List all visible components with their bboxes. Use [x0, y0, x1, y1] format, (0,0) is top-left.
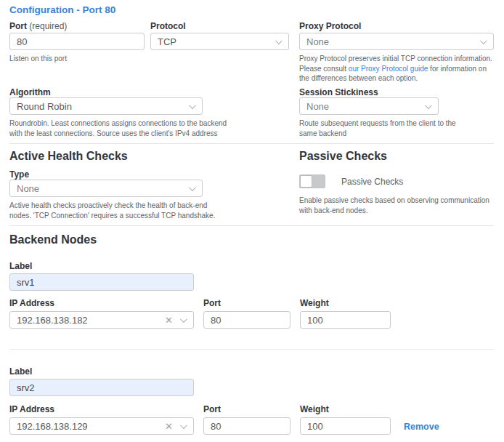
node-port-label: Port: [203, 404, 221, 414]
configuration-title: Configuration - Port 80: [9, 4, 115, 15]
chevron-down-icon: [180, 316, 187, 323]
passive-checks-toggle[interactable]: [299, 174, 325, 188]
node-ip-select[interactable]: 192.168.138.129 ✕: [9, 417, 194, 435]
backend-nodes-heading: Backend Nodes: [9, 233, 97, 246]
session-stickiness-select[interactable]: None: [299, 97, 439, 115]
algorithm-helper-text: Roundrobin. Least connections assigns co…: [9, 118, 235, 138]
node-weight-label: Weight: [300, 404, 329, 414]
proxy-protocol-guide-link[interactable]: our Proxy Protocol guide: [349, 65, 428, 73]
chevron-down-icon: [189, 102, 196, 109]
node-label-input[interactable]: srv2: [9, 379, 194, 396]
node-divider: [9, 349, 494, 350]
clear-icon[interactable]: ✕: [165, 316, 173, 325]
health-check-type-label: Type: [9, 169, 29, 180]
chevron-down-icon: [180, 422, 187, 429]
port-input[interactable]: 80: [9, 33, 145, 50]
passive-checks-heading: Passive Checks: [299, 150, 387, 163]
proxy-protocol-label: Proxy Protocol: [299, 21, 361, 31]
health-check-type-select[interactable]: None: [9, 180, 203, 197]
node-label-label: Label: [9, 261, 32, 271]
algorithm-select[interactable]: Round Robin: [9, 97, 203, 115]
node-weight-input[interactable]: 100: [300, 311, 391, 329]
chevron-down-icon: [189, 184, 196, 191]
protocol-label: Protocol: [150, 21, 186, 31]
proxy-protocol-select[interactable]: None: [299, 33, 494, 50]
section-divider: [9, 225, 494, 226]
toggle-knob-icon: [300, 175, 312, 188]
node-ip-label: IP Address: [9, 404, 54, 414]
node-port-input[interactable]: 80: [203, 417, 290, 435]
node-label-input[interactable]: srv1: [9, 273, 194, 291]
section-divider: [9, 143, 494, 144]
node-weight-label: Weight: [300, 298, 329, 308]
node-label-label: Label: [9, 366, 32, 377]
remove-node-link[interactable]: Remove: [404, 422, 439, 432]
node-ip-label: IP Address: [9, 298, 54, 308]
passive-checks-helper-text: Enable passive checks based on observing…: [299, 196, 499, 215]
chevron-down-icon: [480, 37, 487, 44]
passive-checks-toggle-label: Passive Checks: [341, 177, 403, 187]
clear-icon[interactable]: ✕: [165, 422, 173, 431]
proxy-protocol-helper-text: Proxy Protocol preserves initial TCP con…: [299, 54, 497, 84]
active-health-checks-helper-text: Active health checks proactively check t…: [9, 201, 231, 220]
chevron-down-icon: [275, 37, 283, 44]
session-stickiness-label: Session Stickiness: [299, 87, 378, 97]
session-stickiness-helper-text: Route subsequent requests from the clien…: [299, 118, 470, 138]
node-port-input[interactable]: 80: [203, 311, 290, 329]
nodebalancer-config-form: Configuration - Port 80 Port (required) …: [0, 0, 504, 442]
active-health-checks-heading: Active Health Checks: [9, 150, 128, 163]
algorithm-label: Algorithm: [9, 87, 51, 97]
chevron-down-icon: [425, 102, 432, 109]
port-label: Port (required): [9, 21, 67, 31]
required-suffix: (required): [29, 21, 67, 31]
node-ip-select[interactable]: 192.168.138.182 ✕: [9, 311, 194, 329]
node-port-label: Port: [203, 298, 221, 308]
protocol-select[interactable]: TCP: [150, 33, 289, 50]
port-helper-text: Listen on this port: [9, 54, 67, 64]
node-weight-input[interactable]: 100: [300, 417, 391, 435]
